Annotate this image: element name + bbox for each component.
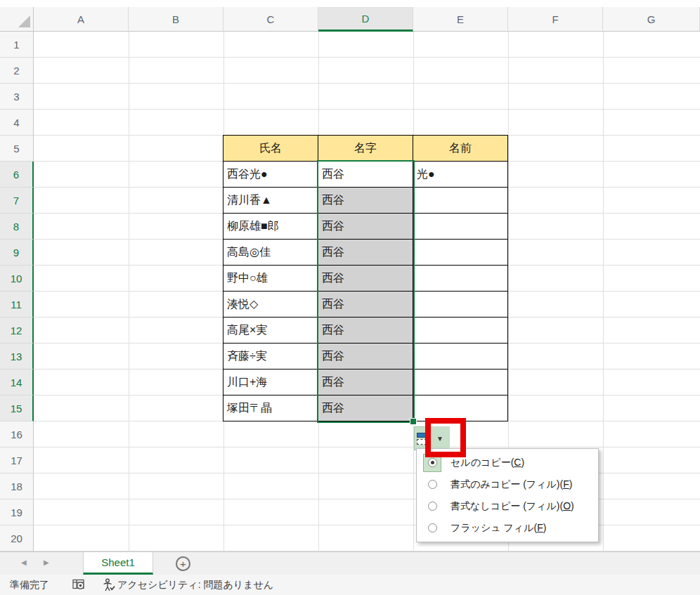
- table-header-cell-D5[interactable]: 名字: [318, 136, 413, 162]
- autofill-icon: [417, 433, 427, 445]
- accessibility-status[interactable]: アクセシビリティ: 問題ありません: [117, 579, 273, 591]
- cell-C6[interactable]: 西谷光●: [223, 162, 318, 188]
- cell-E14[interactable]: [413, 370, 508, 395]
- row-header-17[interactable]: 17: [0, 447, 34, 473]
- autofill-menu-item[interactable]: セルのコピー(C): [417, 452, 598, 473]
- row-header-6[interactable]: 6: [0, 162, 34, 188]
- cell-D7[interactable]: 西谷: [318, 188, 413, 214]
- row-header-11[interactable]: 11: [0, 292, 34, 318]
- autofill-menu-item[interactable]: 書式なしコピー (フィル)(O): [417, 495, 598, 517]
- status-bar: 準備完了 アクセシビリティ: 問題ありません: [0, 575, 700, 595]
- cell-C8[interactable]: 柳原雄■郎: [223, 214, 318, 240]
- cell-C15[interactable]: 塚田〒晶: [223, 395, 318, 421]
- autofill-menu-item-label: セルのコピー(C): [451, 457, 524, 469]
- radio-icon: [428, 458, 437, 467]
- column-header-a[interactable]: A: [34, 7, 129, 32]
- row-header-12[interactable]: 12: [0, 318, 34, 344]
- cell-E10[interactable]: [413, 266, 508, 292]
- radio-icon: [428, 480, 437, 489]
- macro-record-icon[interactable]: [72, 579, 85, 590]
- row-header-9[interactable]: 9: [0, 240, 34, 266]
- fill-handle[interactable]: [410, 418, 417, 425]
- row-header-16[interactable]: 16: [0, 421, 34, 447]
- autofill-menu-item[interactable]: 書式のみコピー (フィル)(F): [417, 473, 598, 495]
- table-header-cell-C5[interactable]: 氏名: [223, 136, 318, 162]
- column-header-g[interactable]: G: [603, 7, 700, 32]
- row-header-3[interactable]: 3: [0, 84, 34, 110]
- row-header-7[interactable]: 7: [0, 188, 34, 214]
- ready-status: 準備完了: [10, 579, 49, 591]
- cell-D14[interactable]: 西谷: [318, 370, 413, 395]
- gridline-horizontal: [34, 83, 700, 84]
- cell-C10[interactable]: 野中○雄: [223, 266, 318, 292]
- cell-D10[interactable]: 西谷: [318, 266, 413, 292]
- cell-E7[interactable]: [413, 188, 508, 214]
- cell-E13[interactable]: [413, 344, 508, 370]
- cell-D6[interactable]: 西谷: [318, 162, 413, 188]
- autofill-options-button[interactable]: [414, 426, 429, 450]
- sheet-tab-bar: ◀ ▶ Sheet1 +: [0, 551, 700, 575]
- gridline-horizontal: [34, 109, 700, 110]
- excel-window: ▼ セルのコピー(C)書式のみコピー (フィル)(F)書式なしコピー (フィル)…: [0, 0, 700, 595]
- row-header-19[interactable]: 19: [0, 499, 34, 525]
- cell-E9[interactable]: [413, 240, 508, 266]
- table-header-cell-E5[interactable]: 名前: [413, 136, 508, 162]
- cell-E6[interactable]: 光●: [413, 162, 508, 188]
- row-header-20[interactable]: 20: [0, 525, 34, 551]
- radio-plain: [423, 497, 441, 516]
- radio-icon: [428, 502, 437, 511]
- select-all-button[interactable]: [0, 7, 34, 32]
- gridline-horizontal: [34, 447, 700, 447]
- sheet-nav-right-icon[interactable]: ▶: [44, 558, 49, 566]
- row-header-15[interactable]: 15: [0, 395, 34, 421]
- cell-C14[interactable]: 川口+海: [223, 370, 318, 395]
- cell-E8[interactable]: [413, 214, 508, 240]
- row-header-1[interactable]: 1: [0, 32, 34, 58]
- row-header-4[interactable]: 4: [0, 110, 34, 136]
- gridline-horizontal: [34, 57, 700, 58]
- cell-D8[interactable]: 西谷: [318, 214, 413, 240]
- gridline-vertical: [603, 32, 604, 551]
- row-header-8[interactable]: 8: [0, 214, 34, 240]
- cell-C13[interactable]: 斉藤÷実: [223, 344, 318, 370]
- row-header-14[interactable]: 14: [0, 370, 34, 395]
- cell-C9[interactable]: 高島◎佳: [223, 240, 318, 266]
- autofill-menu-item-label: 書式なしコピー (フィル)(O): [451, 500, 574, 513]
- sheet-nav-left-icon[interactable]: ◀: [21, 558, 27, 566]
- column-header-b[interactable]: B: [129, 7, 223, 32]
- row-header-5[interactable]: 5: [0, 136, 34, 162]
- gridline-horizontal: [34, 473, 700, 473]
- column-header-f[interactable]: F: [508, 7, 603, 32]
- cell-D12[interactable]: 西谷: [318, 318, 413, 344]
- cell-E15[interactable]: [413, 395, 508, 421]
- autofill-dropdown-arrow[interactable]: ▼: [430, 426, 450, 450]
- cell-E12[interactable]: [413, 318, 508, 344]
- radio-icon: [428, 523, 437, 532]
- gridline-horizontal: [34, 499, 700, 499]
- row-header-13[interactable]: 13: [0, 344, 34, 370]
- gridline-vertical: [129, 32, 129, 551]
- column-header-d[interactable]: D: [318, 7, 413, 32]
- cell-D9[interactable]: 西谷: [318, 240, 413, 266]
- accessibility-icon[interactable]: [103, 578, 115, 592]
- cell-D15[interactable]: 西谷: [318, 395, 413, 421]
- gridline-horizontal: [34, 525, 700, 525]
- row-header-18[interactable]: 18: [0, 473, 34, 499]
- cell-D13[interactable]: 西谷: [318, 344, 413, 370]
- radio-plain: [423, 519, 441, 537]
- cell-C12[interactable]: 高尾×実: [223, 318, 318, 344]
- sheet-tab-sheet1[interactable]: Sheet1: [83, 552, 153, 575]
- radio-selected-highlight: [423, 454, 441, 472]
- column-header-e[interactable]: E: [413, 7, 508, 32]
- row-header-10[interactable]: 10: [0, 266, 34, 292]
- cell-D11[interactable]: 西谷: [318, 292, 413, 318]
- cell-E11[interactable]: [413, 292, 508, 318]
- column-header-c[interactable]: C: [223, 7, 318, 32]
- add-sheet-button[interactable]: +: [176, 556, 190, 571]
- cell-C11[interactable]: 湊悦◇: [223, 292, 318, 318]
- cell-C7[interactable]: 清川香▲: [223, 188, 318, 214]
- autofill-menu-item-label: フラッシュ フィル(F): [451, 522, 546, 535]
- row-header-2[interactable]: 2: [0, 58, 34, 84]
- radio-plain: [423, 476, 441, 494]
- autofill-menu-item[interactable]: フラッシュ フィル(F): [417, 517, 598, 539]
